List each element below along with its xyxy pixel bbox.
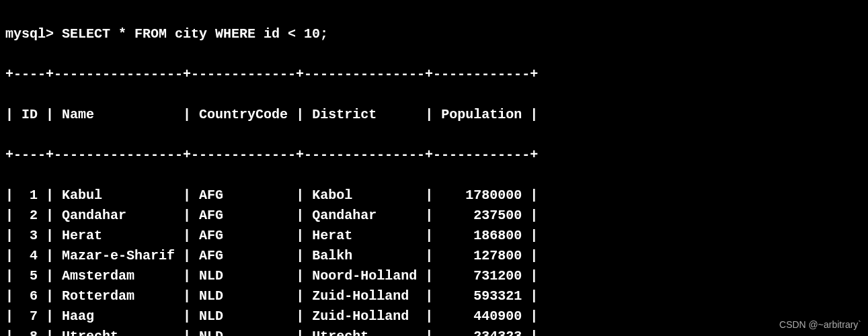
table-row: | 2 | Qandahar | AFG | Qandahar | 237500… [5,206,863,226]
cell-population: 237500 [441,208,522,223]
cell-population: 234323 [441,329,522,336]
header-name: Name [62,107,94,122]
cell-district: Utrecht [312,329,417,336]
cell-name: Qandahar [62,208,175,223]
cell-countrycode: AFG [199,248,288,263]
cell-name: Amsterdam [62,268,175,284]
table-header-row: | ID | Name | CountryCode | District | P… [5,105,863,125]
table-row: | 7 | Haag | NLD | Zuid-Holland | 440900… [5,306,863,327]
cell-countrycode: NLD [199,329,288,336]
cell-population: 186800 [441,228,522,243]
header-id: ID [22,107,38,122]
cell-population: 1780000 [441,187,522,203]
mysql-prompt: mysql> [5,26,54,42]
cell-countrycode: NLD [199,288,288,304]
terminal-output: mysql> SELECT * FROM city WHERE id < 10;… [5,4,863,336]
cell-name: Haag [62,308,175,324]
cell-countrycode: AFG [199,187,288,203]
cell-id: 8 [22,329,38,336]
cell-id: 2 [22,208,38,223]
table-border-mid: +----+----------------+-------------+---… [5,145,863,165]
cell-population: 127800 [441,248,522,263]
cell-id: 3 [22,228,38,243]
watermark: CSDN @~arbitrary` [779,318,861,332]
cell-countrycode: NLD [199,308,288,324]
cell-id: 1 [22,187,38,203]
table-row: | 1 | Kabul | AFG | Kabol | 1780000 | [5,185,863,206]
cell-district: Zuid-Holland [312,308,417,324]
cell-name: Mazar-e-Sharif [62,248,175,263]
cell-name: Kabul [62,187,175,203]
cell-name: Rotterdam [62,288,175,304]
sql-query: SELECT * FROM city WHERE id < 10; [62,26,328,42]
table-rows: | 1 | Kabul | AFG | Kabol | 1780000 || 2… [5,185,863,336]
cell-id: 5 [22,268,38,284]
cell-countrycode: NLD [199,268,288,284]
cell-id: 4 [22,248,38,263]
header-population: Population [441,107,522,122]
cell-population: 731200 [441,268,522,284]
cell-id: 7 [22,308,38,324]
cell-district: Kabol [312,187,417,203]
table-row: | 5 | Amsterdam | NLD | Noord-Holland | … [5,266,863,286]
table-row: | 4 | Mazar-e-Sharif | AFG | Balkh | 127… [5,246,863,266]
cell-district: Qandahar [312,208,417,223]
query-line: mysql> SELECT * FROM city WHERE id < 10; [5,24,863,44]
cell-population: 593321 [441,288,522,304]
cell-countrycode: AFG [199,208,288,223]
header-district: District [312,107,377,122]
cell-district: Noord-Holland [312,268,417,284]
table-row: | 3 | Herat | AFG | Herat | 186800 | [5,226,863,246]
cell-district: Zuid-Holland [312,288,417,304]
header-countrycode: CountryCode [199,107,288,122]
cell-population: 440900 [441,308,522,324]
cell-district: Balkh [312,248,417,263]
table-row: | 6 | Rotterdam | NLD | Zuid-Holland | 5… [5,286,863,306]
cell-name: Herat [62,228,175,243]
cell-district: Herat [312,228,417,243]
cell-id: 6 [22,288,38,304]
table-border-top: +----+----------------+-------------+---… [5,65,863,85]
cell-countrycode: AFG [199,228,288,243]
table-row: | 8 | Utrecht | NLD | Utrecht | 234323 | [5,327,863,336]
cell-name: Utrecht [62,329,175,336]
